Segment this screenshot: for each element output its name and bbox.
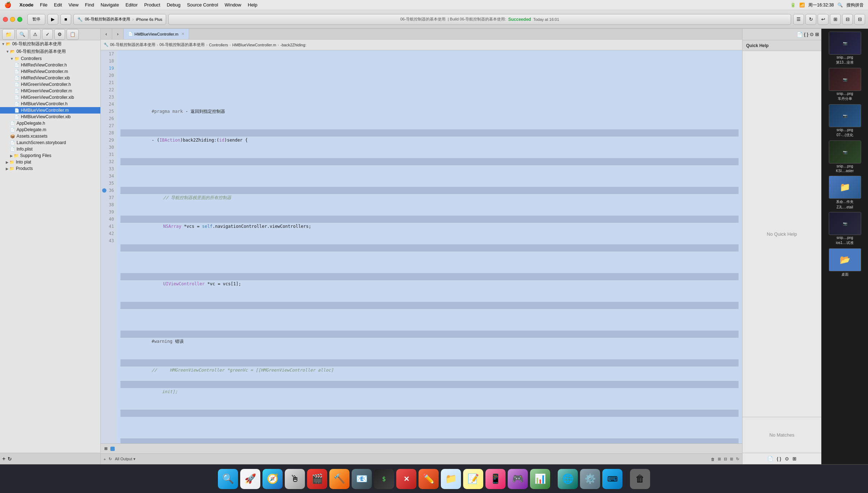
menu-product[interactable]: Product (144, 2, 160, 8)
dock-pencil[interactable]: ✏️ (419, 469, 439, 489)
minimize-button[interactable] (10, 17, 15, 22)
code-content[interactable]: #pragma mark - 返回到指定控制器 - (IBAction)back… (117, 50, 742, 443)
back-button[interactable]: ↩ (818, 14, 828, 25)
tab-nav-forward[interactable]: › (112, 29, 124, 40)
nav-item-hmgreen-m[interactable]: 📄 HMGreenViewController.m (0, 88, 100, 94)
nav-item-hmblue-m[interactable]: 📄 HMBlueViewController.m (0, 107, 100, 114)
nav-item-hmblue-xib[interactable]: 📄 HMBlueViewController.xib (0, 114, 100, 120)
dock-trash[interactable]: 🗑 (630, 469, 650, 489)
dock-app-15[interactable]: 🌐 (558, 469, 578, 489)
nav-item-sub-folder[interactable]: ▼ 📂 06-导航控制器的基本使用 (0, 48, 100, 55)
tab-close[interactable]: ✕ (181, 32, 184, 36)
right-tool-4[interactable]: ⊞ (815, 32, 819, 37)
bottom-icon-5[interactable]: ↻ (736, 457, 739, 461)
input-method[interactable]: 搜狗拼音 (846, 2, 864, 8)
nav-item-hmred-xib[interactable]: 📄 HMRedViewController.xib (0, 75, 100, 81)
breadcrumb-part-3[interactable]: Controllers (209, 43, 228, 47)
search-nav-btn[interactable]: 🔍 (16, 29, 28, 40)
layout-button-3[interactable]: ⊟ (854, 14, 865, 25)
tab-nav-back[interactable]: ‹ (101, 29, 112, 40)
dock-movie[interactable]: 🎬 (307, 469, 327, 489)
desktop-item-3[interactable]: 📷 snip....png 07-...(优化 (829, 104, 861, 138)
nav-item-supporting-files[interactable]: ▶ 📁 Supporting Files (0, 152, 100, 159)
search-icon[interactable]: 🔍 (837, 3, 843, 8)
layout-button-2[interactable]: ⊟ (842, 14, 853, 25)
breadcrumb-part-5[interactable]: -back2Zhiding: (280, 43, 306, 47)
nav-item-products[interactable]: ▶ 📁 Products (0, 165, 100, 172)
desktop-item-1[interactable]: 📷 snip....png 第13...业准 (829, 32, 861, 65)
desktop-item-7[interactable]: 📂 桌面 (829, 248, 861, 277)
menu-navigate[interactable]: Navigate (101, 2, 119, 8)
qh-tool-3[interactable]: ⊙ (785, 456, 789, 461)
nav-item-into-plat[interactable]: ▶ 📁 Into plat (0, 159, 100, 165)
code-area[interactable]: 17 18 19 20 21 22 23 24 25 26 27 28 29 3… (101, 50, 742, 443)
menu-file[interactable]: File (40, 2, 47, 8)
nav-item-hmred-m[interactable]: 📄 HMRedViewController.m (0, 68, 100, 75)
desktop-item-2[interactable]: 📷 snip....png 车丹分单 (829, 68, 861, 101)
breadcrumb-part-4[interactable]: HMBlueViewController.m (232, 43, 276, 47)
apple-logo-icon[interactable]: 🍎 (4, 1, 12, 8)
nav-item-root-folder[interactable]: ▼ 📂 06-导航控制器的基本使用 (0, 40, 100, 48)
output-toggle-icon[interactable]: ⊞ (104, 446, 108, 451)
bottom-icon-3[interactable]: ⊟ (724, 457, 727, 461)
right-tool-2[interactable]: { } (804, 32, 808, 37)
warning-nav-btn[interactable]: ⚠ (30, 29, 41, 40)
dock-app-10[interactable]: 📁 (441, 469, 461, 489)
dock-finder[interactable]: 🔍 (218, 469, 238, 489)
run-button[interactable]: ▶ (47, 14, 58, 25)
nav-item-appdelegate-h[interactable]: 📄 AppDelegate.h (0, 120, 100, 126)
nav-item-hmgreen-h[interactable]: 📄 HMGreenViewController.h (0, 81, 100, 88)
stop-button[interactable]: ■ (60, 14, 71, 25)
menu-source-control[interactable]: Source Control (187, 2, 218, 8)
nav-item-infoplist[interactable]: 📄 Info.plist (0, 146, 100, 152)
menu-edit[interactable]: Edit (54, 2, 62, 8)
folder-icon-btn[interactable]: 📁 (2, 29, 15, 40)
menu-find[interactable]: Find (85, 2, 94, 8)
nav-item-appdelegate-m[interactable]: 📄 AppDelegate.m (0, 126, 100, 133)
nav-item-hmgreen-xib[interactable]: 📄 HMGreenViewController.xib (0, 94, 100, 101)
dock-terminal[interactable]: $ (374, 469, 394, 489)
bottom-icon-2[interactable]: ⊞ (718, 457, 721, 461)
nav-icon-bottom[interactable]: ↻ (109, 457, 112, 461)
desktop-item-6[interactable]: 📷 snip....png ios1....试准 (829, 212, 861, 245)
right-tool-1[interactable]: 📄 (796, 32, 803, 37)
menu-xcode[interactable]: Xcode (19, 2, 33, 8)
fullscreen-button[interactable] (17, 17, 22, 22)
nav-item-hmblue-h[interactable]: 📄 HMBlueViewController.h (0, 101, 100, 107)
dock-notes[interactable]: 📝 (463, 469, 483, 489)
bottom-icon-1[interactable]: 🗑 (711, 457, 715, 461)
nav-item-assets[interactable]: 📦 Assets.xcassets (0, 133, 100, 139)
menu-help[interactable]: Help (248, 2, 257, 8)
layout-button-1[interactable]: ⊞ (830, 14, 841, 25)
qh-tool-1[interactable]: 📄 (767, 456, 773, 461)
bottom-icon-4[interactable]: ⊞ (730, 457, 733, 461)
qh-tool-2[interactable]: { } (777, 456, 781, 461)
dock-app-14[interactable]: 📊 (530, 469, 550, 489)
nav-item-launchscreen[interactable]: 📄 LaunchScreen.storyboard (0, 139, 100, 146)
dock-app-12[interactable]: 📱 (485, 469, 506, 489)
nav-bottom-icon[interactable]: ↻ (8, 456, 12, 462)
close-button[interactable] (3, 17, 8, 22)
dock-safari[interactable]: 🧭 (262, 469, 283, 489)
add-icon[interactable]: + (104, 457, 106, 461)
nav-item-hmred-h[interactable]: 📄 HMRedViewController.h (0, 62, 100, 68)
nav-item-controllers-folder[interactable]: ▼ 📁 Controllers (0, 55, 100, 62)
right-tool-3[interactable]: ⊙ (810, 32, 814, 37)
dock-settings[interactable]: ⚙️ (580, 469, 600, 489)
desktop-item-5[interactable]: 📁 系命...件夹 ZJL....etail (829, 176, 861, 209)
dock-xmind[interactable]: ✕ (396, 469, 416, 489)
pause-button[interactable]: 暂停 (27, 14, 45, 25)
refresh-button[interactable]: ↻ (805, 14, 816, 25)
menu-debug[interactable]: Debug (167, 2, 181, 8)
dock-app-6[interactable]: 📧 (352, 469, 372, 489)
breadcrumb-part-1[interactable]: 06-导航控制器的基本使用 (110, 42, 155, 47)
dock-mouse[interactable]: 🖱 (285, 469, 305, 489)
qh-tool-4[interactable]: ⊞ (792, 456, 796, 461)
test-nav-btn[interactable]: ✓ (42, 29, 53, 40)
breadcrumb-part-2[interactable]: 06-导航控制器的基本使用 (160, 42, 205, 47)
add-file-button[interactable]: + (2, 456, 5, 462)
dock-launchpad[interactable]: 🚀 (240, 469, 260, 489)
menu-window[interactable]: Window (225, 2, 241, 8)
scheme-selector[interactable]: 🔧 06-导航控制器的基本使用 › iPhone 6s Plus (73, 14, 166, 25)
report-nav-btn[interactable]: 📋 (67, 29, 79, 40)
